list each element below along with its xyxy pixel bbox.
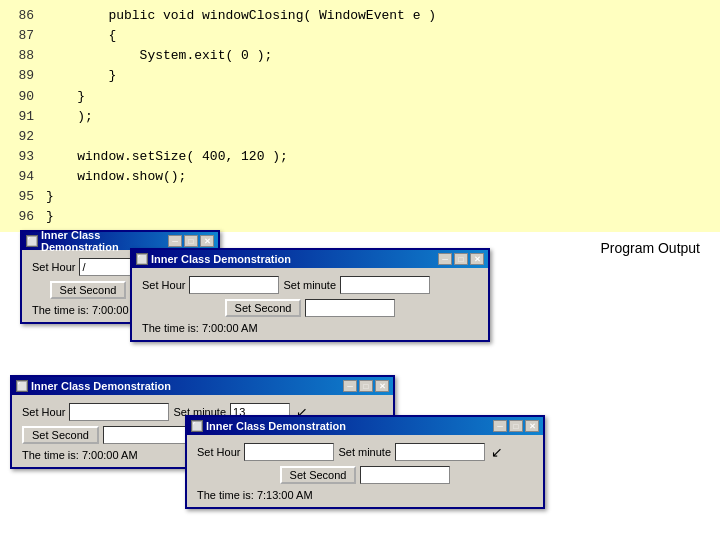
- window-2: ⬜ Inner Class Demonstration ─ □ ✕ Set Ho…: [130, 248, 490, 342]
- line-code: }: [46, 66, 116, 86]
- win2-status: The time is: 7:00:00 AM: [142, 322, 478, 334]
- line-code: System.exit( 0 );: [46, 46, 272, 66]
- minimize-btn-4[interactable]: ─: [493, 420, 507, 432]
- set-second-btn-1[interactable]: Set Second: [50, 281, 127, 299]
- set-hour-label-2: Set Hour: [142, 279, 185, 291]
- code-line: 90 }: [10, 87, 710, 107]
- set-hour-input-4[interactable]: [244, 443, 334, 461]
- win-controls-2[interactable]: ─ □ ✕: [438, 253, 484, 265]
- minimize-btn-3[interactable]: ─: [343, 380, 357, 392]
- set-minute-input-4[interactable]: [395, 443, 485, 461]
- win4-row2: Set Second: [197, 466, 533, 484]
- title-icon-win4: ⬜: [191, 420, 203, 432]
- set-hour-input-3[interactable]: [69, 403, 169, 421]
- line-number: 87: [10, 26, 46, 46]
- code-line: 87 {: [10, 26, 710, 46]
- restore-btn-4[interactable]: □: [509, 420, 523, 432]
- win2-row1: Set Hour Set minute: [142, 276, 478, 294]
- line-number: 94: [10, 167, 46, 187]
- line-number: 89: [10, 66, 46, 86]
- code-line: 86 public void windowClosing( WindowEven…: [10, 6, 710, 26]
- titlebar-win2: ⬜ Inner Class Demonstration ─ □ ✕: [132, 250, 488, 268]
- titlebar-win4: ⬜ Inner Class Demonstration ─ □ ✕: [187, 417, 543, 435]
- inner-class-demo-win2: ⬜ Inner Class Demonstration ─ □ ✕ Set Ho…: [130, 248, 490, 342]
- line-code: }: [46, 207, 54, 227]
- code-editor: 86 public void windowClosing( WindowEven…: [0, 0, 720, 232]
- win-controls-3[interactable]: ─ □ ✕: [343, 380, 389, 392]
- code-line: 95}: [10, 187, 710, 207]
- line-code: window.setSize( 400, 120 );: [46, 147, 288, 167]
- title-text-win2: Inner Class Demonstration: [151, 253, 291, 265]
- title-text-win3: Inner Class Demonstration: [31, 380, 171, 392]
- title-text-win4: Inner Class Demonstration: [206, 420, 346, 432]
- line-code: );: [46, 107, 93, 127]
- line-code: {: [46, 26, 116, 46]
- set-hour-label-3: Set Hour: [22, 406, 65, 418]
- set-hour-label-1: Set Hour: [32, 261, 75, 273]
- line-number: 95: [10, 187, 46, 207]
- line-number: 93: [10, 147, 46, 167]
- minimize-btn-2[interactable]: ─: [438, 253, 452, 265]
- set-hour-input-2[interactable]: [189, 276, 279, 294]
- restore-btn-2[interactable]: □: [454, 253, 468, 265]
- title-icon-win1: ⬜: [26, 235, 38, 247]
- set-second-input-3[interactable]: [103, 426, 193, 444]
- title-icon-win3: ⬜: [16, 380, 28, 392]
- restore-btn-3[interactable]: □: [359, 380, 373, 392]
- set-hour-label-4: Set Hour: [197, 446, 240, 458]
- win4-body: Set Hour Set minute ↙ Set Second The tim…: [187, 435, 543, 507]
- win-controls-1[interactable]: ─ □ ✕: [168, 235, 214, 247]
- line-number: 90: [10, 87, 46, 107]
- line-code: }: [46, 187, 54, 207]
- inner-class-demo-win4: ⬜ Inner Class Demonstration ─ □ ✕ Set Ho…: [185, 415, 545, 509]
- set-minute-label-2: Set minute: [283, 279, 336, 291]
- code-line: 88 System.exit( 0 );: [10, 46, 710, 66]
- code-line: 93 window.setSize( 400, 120 );: [10, 147, 710, 167]
- win4-status: The time is: 7:13:00 AM: [197, 489, 533, 501]
- set-second-btn-4[interactable]: Set Second: [280, 466, 357, 484]
- set-second-input-2[interactable]: [305, 299, 395, 317]
- code-line: 96}: [10, 207, 710, 227]
- minimize-btn-1[interactable]: ─: [168, 235, 182, 247]
- close-btn-2[interactable]: ✕: [470, 253, 484, 265]
- line-code: }: [46, 87, 85, 107]
- set-minute-input-2[interactable]: [340, 276, 430, 294]
- close-btn-3[interactable]: ✕: [375, 380, 389, 392]
- titlebar-win3: ⬜ Inner Class Demonstration ─ □ ✕: [12, 377, 393, 395]
- line-code: public void windowClosing( WindowEvent e…: [46, 6, 436, 26]
- win2-row2: Set Second: [142, 299, 478, 317]
- code-line: 89 }: [10, 66, 710, 86]
- set-second-btn-3[interactable]: Set Second: [22, 426, 99, 444]
- title-icon-win2: ⬜: [136, 253, 148, 265]
- code-line: 94 window.show();: [10, 167, 710, 187]
- win-controls-4[interactable]: ─ □ ✕: [493, 420, 539, 432]
- line-number: 91: [10, 107, 46, 127]
- line-number: 96: [10, 207, 46, 227]
- win4-row1: Set Hour Set minute ↙: [197, 443, 533, 461]
- line-number: 86: [10, 6, 46, 26]
- close-btn-1[interactable]: ✕: [200, 235, 214, 247]
- line-number: 88: [10, 46, 46, 66]
- window-4: ⬜ Inner Class Demonstration ─ □ ✕ Set Ho…: [185, 415, 545, 509]
- code-line: 92: [10, 127, 710, 147]
- set-second-btn-2[interactable]: Set Second: [225, 299, 302, 317]
- restore-btn-1[interactable]: □: [184, 235, 198, 247]
- line-number: 92: [10, 127, 46, 147]
- set-second-input-4[interactable]: [360, 466, 450, 484]
- close-btn-4[interactable]: ✕: [525, 420, 539, 432]
- set-minute-label-4: Set minute: [338, 446, 391, 458]
- win2-body: Set Hour Set minute Set Second The time …: [132, 268, 488, 340]
- program-output-label: Program Output: [600, 240, 700, 256]
- line-code: window.show();: [46, 167, 186, 187]
- code-line: 91 );: [10, 107, 710, 127]
